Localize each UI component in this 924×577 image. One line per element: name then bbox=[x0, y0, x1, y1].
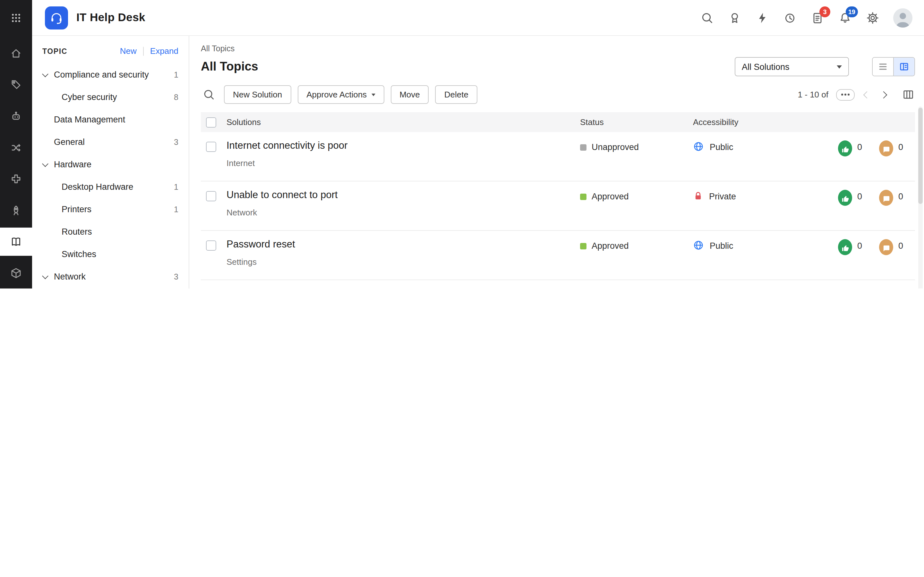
chevron-icon bbox=[40, 163, 50, 166]
app-logo[interactable] bbox=[45, 6, 68, 29]
topic-tree-item[interactable]: Cyber security 8 bbox=[32, 86, 189, 108]
select-all-checkbox[interactable] bbox=[206, 117, 216, 127]
rail-item-apps[interactable] bbox=[0, 0, 32, 36]
new-topic-link[interactable]: New bbox=[120, 46, 137, 56]
expand-topics-link[interactable]: Expand bbox=[150, 46, 178, 56]
next-page-button[interactable] bbox=[879, 90, 888, 99]
comments-cell: 0 bbox=[879, 181, 915, 230]
quick-actions-button[interactable] bbox=[755, 11, 769, 25]
pagination-total-button[interactable] bbox=[836, 89, 855, 100]
approve-actions-button[interactable]: Approve Actions bbox=[297, 85, 384, 104]
row-checkbox[interactable] bbox=[206, 142, 216, 152]
solution-topic: Settings bbox=[226, 257, 580, 267]
user-avatar[interactable] bbox=[893, 8, 913, 27]
chevron-down-icon bbox=[371, 93, 375, 96]
column-chooser-button[interactable] bbox=[901, 87, 915, 102]
solution-title[interactable]: Unable to connect to port bbox=[226, 189, 580, 201]
status-cell: Approved bbox=[580, 181, 693, 230]
tasks-button[interactable]: 3 bbox=[811, 11, 825, 25]
solution-title[interactable]: Password reset bbox=[226, 239, 580, 250]
search-icon bbox=[701, 11, 714, 24]
solutions-table: Solutions Status Accessibility Internet … bbox=[201, 112, 915, 288]
comment-icon[interactable] bbox=[879, 239, 893, 255]
likes-cell: 0 bbox=[838, 132, 879, 181]
solution-cell: Internet connectivity is poor Internet bbox=[226, 132, 580, 181]
new-solution-button[interactable]: New Solution bbox=[224, 85, 291, 104]
topic-tree-item[interactable]: Desktop Hardware 1 bbox=[32, 176, 189, 198]
solution-row[interactable]: Unable to connect to port Network Approv… bbox=[201, 181, 915, 231]
topic-tree-item[interactable]: General 3 bbox=[32, 131, 189, 153]
topic-tree-item[interactable]: Printers 1 bbox=[32, 198, 189, 221]
like-icon[interactable] bbox=[838, 239, 852, 255]
history-clock-icon bbox=[783, 11, 796, 24]
status-cell: Unapproved bbox=[580, 132, 693, 181]
previous-page-button[interactable] bbox=[863, 90, 871, 99]
row-checkbox[interactable] bbox=[206, 240, 216, 251]
solutions-toolbar: New Solution Approve Actions Move Delete… bbox=[201, 85, 915, 104]
notifications-badge: 19 bbox=[846, 6, 858, 17]
topic-tree-item[interactable]: Switches bbox=[32, 243, 189, 266]
rail-item-assets[interactable] bbox=[0, 259, 32, 287]
whats-new-button[interactable] bbox=[728, 11, 742, 25]
recent-items-button[interactable] bbox=[783, 11, 797, 25]
topic-section-title: TOPIC bbox=[42, 47, 120, 55]
column-header-accessibility: Accessibility bbox=[693, 117, 838, 127]
detail-view-toggle[interactable] bbox=[893, 58, 914, 76]
rail-item-solutions[interactable] bbox=[0, 227, 32, 256]
comment-icon[interactable] bbox=[879, 140, 893, 156]
rail-item-releases[interactable] bbox=[0, 196, 32, 224]
header-actions: 3 19 bbox=[700, 8, 913, 27]
move-button[interactable]: Move bbox=[391, 85, 429, 104]
globe-icon bbox=[693, 141, 704, 152]
list-view-toggle[interactable] bbox=[873, 58, 893, 76]
cube-icon bbox=[10, 268, 22, 279]
topic-tree-item[interactable]: Routers bbox=[32, 221, 189, 243]
like-icon[interactable] bbox=[838, 140, 852, 156]
filter-selected-value: All Solutions bbox=[742, 62, 790, 71]
topic-tree-item[interactable]: Hardware bbox=[32, 153, 189, 176]
vertical-scrollbar-thumb[interactable] bbox=[918, 108, 923, 204]
globe-icon bbox=[693, 240, 704, 251]
topic-tree-item[interactable]: Network 3 bbox=[32, 266, 189, 288]
chevron-left-icon bbox=[863, 91, 871, 98]
rail-item-plugins[interactable] bbox=[0, 165, 32, 193]
settings-button[interactable] bbox=[866, 11, 880, 25]
rail-item-assistant[interactable] bbox=[0, 102, 32, 130]
solution-row[interactable]: Password reset Settings Approved bbox=[201, 231, 915, 280]
rail-item-home[interactable] bbox=[0, 39, 32, 67]
robot-icon bbox=[10, 110, 22, 122]
accessibility-cell: Public bbox=[693, 132, 838, 181]
comments-cell: 0 bbox=[879, 132, 915, 181]
likes-cell: 0 bbox=[838, 181, 879, 230]
topic-label: General bbox=[54, 137, 174, 147]
status-cell: Unapproved bbox=[580, 280, 693, 288]
notifications-button[interactable]: 19 bbox=[838, 11, 852, 25]
rail-item-workflows[interactable] bbox=[0, 133, 32, 161]
rail-item-tickets[interactable] bbox=[0, 71, 32, 99]
status-square-icon bbox=[580, 144, 586, 151]
row-checkbox[interactable] bbox=[206, 191, 216, 201]
detail-view-icon bbox=[899, 61, 909, 72]
global-search-button[interactable] bbox=[700, 11, 714, 25]
solution-row[interactable]: VPN troubleshooting Internet Unapproved bbox=[201, 280, 915, 288]
delete-button[interactable]: Delete bbox=[435, 85, 477, 104]
topic-tree-item[interactable]: Compliance and security 1 bbox=[32, 63, 189, 86]
comment-icon[interactable] bbox=[879, 190, 893, 206]
like-icon[interactable] bbox=[838, 190, 852, 206]
chevron-icon bbox=[40, 73, 50, 76]
pagination: 1 - 10 of bbox=[798, 87, 915, 102]
topic-tree-item[interactable]: Data Management bbox=[32, 108, 189, 131]
topic-tree-item[interactable]: Internet 4 bbox=[32, 288, 189, 288]
comment-count: 0 bbox=[898, 190, 903, 201]
solutions-filter-select[interactable]: All Solutions bbox=[735, 57, 849, 76]
solution-title[interactable]: VPN troubleshooting bbox=[226, 288, 580, 288]
solution-row[interactable]: Internet connectivity is poor Internet U… bbox=[201, 132, 915, 181]
like-count: 0 bbox=[857, 190, 862, 201]
solution-title[interactable]: Internet connectivity is poor bbox=[226, 140, 580, 151]
lightning-icon bbox=[756, 11, 769, 24]
table-search-button[interactable] bbox=[201, 87, 216, 102]
move-label: Move bbox=[399, 90, 420, 99]
breadcrumb[interactable]: All Topics bbox=[201, 44, 234, 53]
status-cell: Approved bbox=[580, 231, 693, 279]
solution-topic: Network bbox=[226, 208, 580, 218]
